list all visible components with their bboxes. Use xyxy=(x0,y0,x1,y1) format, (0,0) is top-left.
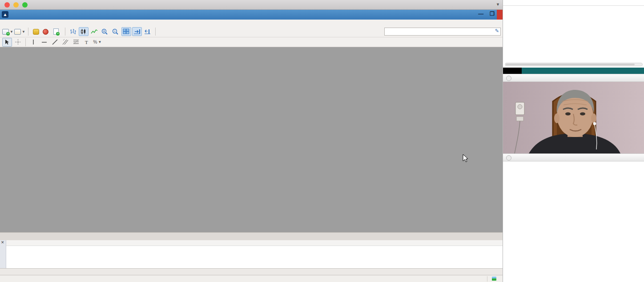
auto-scroll-icon xyxy=(133,28,141,35)
tile-windows-button[interactable] xyxy=(121,27,131,36)
profiles-icon xyxy=(14,29,21,35)
auto-trading-icon xyxy=(43,29,48,35)
vertical-line-icon xyxy=(31,39,36,45)
pen-icon: ✎ xyxy=(495,28,499,34)
shapes-icon: % xyxy=(93,40,97,44)
mac-zoom-icon[interactable] xyxy=(22,2,28,8)
symbol-search-input[interactable] xyxy=(384,28,501,36)
new-chart-button[interactable]: +▼ xyxy=(2,27,13,36)
panel-side-strip: ✕ xyxy=(0,240,6,268)
market-watch-icon xyxy=(33,29,39,35)
divider xyxy=(25,38,26,46)
chart-workspace xyxy=(0,47,503,232)
news-panel: ✕ xyxy=(0,240,503,268)
chevron-down-icon[interactable]: ▼ xyxy=(98,40,101,44)
fragment-number xyxy=(503,68,522,74)
line-chart-button[interactable] xyxy=(89,27,99,36)
channel-tool-button[interactable] xyxy=(60,38,70,47)
text-tool-button[interactable]: T xyxy=(82,38,92,47)
fibonacci-icon xyxy=(73,39,79,45)
connection-icon xyxy=(492,277,496,281)
crosshair-tool-button[interactable] xyxy=(13,38,23,47)
new-chart-icon: + xyxy=(2,29,9,35)
video-section-header[interactable] xyxy=(503,74,644,82)
chart-tabs-bar xyxy=(0,232,503,240)
macos-window-controls[interactable] xyxy=(4,2,28,8)
candlestick-icon xyxy=(80,28,87,35)
divider xyxy=(155,28,156,36)
app-titlebar[interactable]: ▲ —❐ xyxy=(0,10,503,20)
scrollbar-thumb[interactable] xyxy=(506,64,635,65)
toolbar-drawing: T %▼ xyxy=(0,37,503,47)
chevron-down-icon[interactable]: ▼ xyxy=(10,30,13,34)
meeting-panel xyxy=(503,0,644,282)
zoom-out-button[interactable] xyxy=(111,27,121,36)
app-minimize-icon[interactable]: — xyxy=(478,11,483,17)
app-close-icon[interactable] xyxy=(497,10,503,20)
background-window-fragment xyxy=(503,68,644,74)
mac-minimize-icon[interactable] xyxy=(13,2,19,8)
chart-shift-icon xyxy=(144,28,151,35)
screen: ▼ ▲ —❐ +▼ ▼ + xyxy=(0,0,644,282)
chevron-down-icon[interactable]: ▼ xyxy=(496,2,500,7)
news-list xyxy=(6,240,503,268)
new-order-icon: + xyxy=(53,28,59,35)
chat-section-header[interactable] xyxy=(503,153,644,161)
chart-shift-button[interactable] xyxy=(143,27,153,36)
tile-windows-icon xyxy=(123,28,129,35)
video-frame xyxy=(503,82,644,153)
trendline-icon xyxy=(52,39,58,45)
crosshair-icon xyxy=(15,39,21,45)
app-logo-icon: ▲ xyxy=(2,11,8,18)
market-watch-button[interactable] xyxy=(31,27,41,36)
chat-messages[interactable] xyxy=(503,161,644,282)
macos-titlebar: ▼ xyxy=(0,0,503,10)
news-header-row[interactable] xyxy=(6,240,503,246)
profiles-button[interactable]: ▼ xyxy=(14,27,25,36)
zoom-in-icon xyxy=(101,28,108,35)
status-connection xyxy=(487,276,503,282)
new-order-button[interactable]: + xyxy=(52,27,62,36)
bar-chart-icon xyxy=(70,28,76,35)
status-bar xyxy=(0,275,503,282)
participants-scrollbar[interactable] xyxy=(505,63,643,66)
cursor-tool-button[interactable] xyxy=(2,38,12,47)
zoom-in-button[interactable] xyxy=(100,27,110,36)
auto-trading-button[interactable] xyxy=(42,27,52,36)
auto-scroll-button[interactable] xyxy=(132,27,142,36)
participants-list xyxy=(503,0,644,62)
fibonacci-tool-button[interactable] xyxy=(71,38,81,47)
horizontal-line-tool-button[interactable] xyxy=(39,38,49,47)
divider xyxy=(65,28,65,36)
mac-close-icon[interactable] xyxy=(4,2,10,8)
collapse-circle-icon[interactable] xyxy=(506,155,511,161)
chevron-down-icon[interactable]: ▼ xyxy=(22,30,25,34)
collapse-circle-icon[interactable] xyxy=(506,76,511,81)
terminal-tabs-bar xyxy=(0,268,503,275)
participants-header[interactable] xyxy=(503,0,644,6)
vertical-line-tool-button[interactable] xyxy=(28,38,38,47)
divider xyxy=(28,28,28,36)
trading-terminal-region: ▼ ▲ —❐ +▼ ▼ + xyxy=(0,0,503,282)
text-icon: T xyxy=(84,39,89,45)
app-maximize-icon[interactable]: ❐ xyxy=(490,11,495,17)
candlestick-button[interactable] xyxy=(79,27,89,36)
trendline-tool-button[interactable] xyxy=(50,38,60,47)
horizontal-line-icon xyxy=(41,40,47,44)
svg-text:T: T xyxy=(85,40,88,45)
mouse-cursor xyxy=(463,154,470,165)
shapes-tool-button[interactable]: %▼ xyxy=(93,38,102,47)
channel-icon xyxy=(62,39,68,45)
toolbar-main: +▼ ▼ + xyxy=(0,26,503,37)
menu-bar[interactable] xyxy=(0,20,503,26)
cursor-icon xyxy=(4,39,10,45)
bar-chart-button[interactable] xyxy=(68,27,78,36)
zoom-out-icon xyxy=(112,28,119,35)
close-icon[interactable]: ✕ xyxy=(1,240,4,245)
app-window-buttons[interactable]: —❐ xyxy=(478,11,495,17)
line-chart-icon xyxy=(91,28,98,35)
